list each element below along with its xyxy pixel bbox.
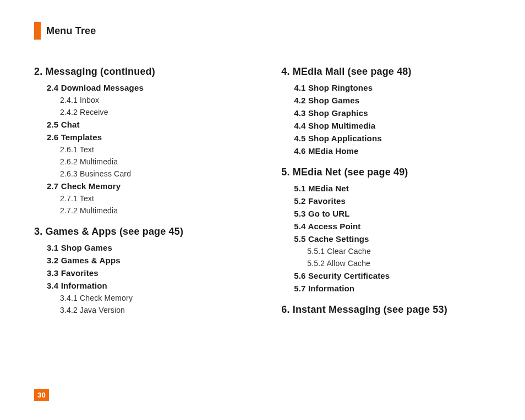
menu-item-level1: 5.5 Cache Settings [294,234,492,244]
menu-item-level2: 2.4.1 Inbox [60,96,245,104]
menu-item-level1: 3.4 Information [47,281,245,290]
menu-item-level1: 5.1 MEdia Net [294,184,492,193]
section-title: 2. Messaging (continued) [34,66,245,78]
section-title: 5. MEdia Net (see page 49) [281,167,492,178]
menu-item-level1: 4.4 Shop Multimedia [294,121,492,130]
menu-item-level1: 3.1 Shop Games [47,243,245,252]
menu-item-level1: 5.7 Information [294,284,492,293]
menu-item-level2: 2.6.3 Business Card [60,169,245,178]
menu-item-level1: 3.2 Games & Apps [47,256,245,265]
menu-item-level1: 4.6 MEdia Home [294,146,492,156]
menu-item-level2: 3.4.1 Check Memory [60,294,245,302]
section-title: 3. Games & Apps (see page 45) [34,226,245,237]
menu-item-level1: 5.6 Security Certificates [294,271,492,280]
menu-item-level2: 3.4.2 Java Version [60,306,245,314]
menu-item-level1: 4.1 Shop Ringtones [294,83,492,92]
menu-item-level2: 2.7.2 Multimedia [60,206,245,215]
content-columns: 2. Messaging (continued)2.4 Download Mes… [34,66,492,321]
right-column: 4. MEdia Mall (see page 48)4.1 Shop Ring… [281,66,492,321]
section-title: 4. MEdia Mall (see page 48) [281,66,492,78]
menu-item-level1: 4.2 Shop Games [294,96,492,105]
menu-item-level1: 2.6 Templates [47,132,245,142]
header-title: Menu Tree [46,25,96,37]
menu-item-level1: 3.3 Favorites [47,268,245,278]
menu-item-level2: 5.5.1 Clear Cache [307,247,492,256]
menu-item-level1: 2.5 Chat [47,120,245,129]
menu-item-level1: 2.7 Check Memory [47,181,245,191]
menu-item-level2: 5.5.2 Allow Cache [307,259,492,268]
section-title: 6. Instant Messaging (see page 53) [281,304,492,316]
menu-item-level2: 2.7.1 Text [60,194,245,203]
menu-item-level1: 2.4 Download Messages [47,83,245,92]
menu-item-level2: 2.6.2 Multimedia [60,157,245,166]
header-accent-bar [34,22,41,40]
menu-item-level1: 5.3 Go to URL [294,209,492,218]
left-column: 2. Messaging (continued)2.4 Download Mes… [34,66,245,321]
page-header: Menu Tree [34,22,96,40]
menu-item-level1: 5.4 Access Point [294,222,492,231]
menu-item-level1: 4.5 Shop Applications [294,134,492,143]
page-number: 30 [34,389,49,401]
menu-item-level1: 4.3 Shop Graphics [294,108,492,118]
menu-item-level2: 2.6.1 Text [60,145,245,154]
menu-item-level2: 2.4.2 Receive [60,108,245,117]
menu-item-level1: 5.2 Favorites [294,196,492,206]
